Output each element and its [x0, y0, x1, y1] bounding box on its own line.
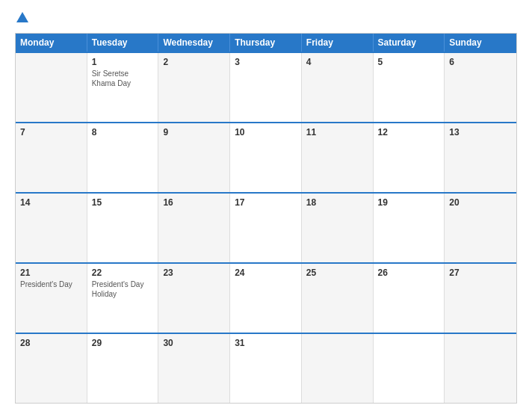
day-number: 22	[92, 268, 154, 278]
week-row-2: 78910111213	[16, 122, 516, 192]
day-number: 4	[306, 57, 368, 67]
day-number: 28	[20, 338, 82, 348]
day-number: 7	[20, 127, 82, 137]
calendar-body: 1Sir Seretse Khama Day234567891011121314…	[16, 52, 516, 403]
cal-cell: 17	[230, 194, 302, 262]
day-header-saturday: Saturday	[374, 34, 445, 52]
day-number: 11	[306, 127, 368, 137]
day-event: President's Day	[20, 279, 82, 289]
cal-cell: 27	[445, 264, 516, 333]
day-number: 6	[449, 57, 512, 67]
cal-cell: 13	[445, 123, 516, 192]
day-number: 14	[20, 197, 82, 208]
calendar-page: MondayTuesdayWednesdayThursdayFridaySatu…	[0, 0, 532, 411]
day-header-monday: Monday	[16, 34, 87, 52]
cal-cell: 12	[374, 123, 445, 192]
day-number: 15	[92, 197, 154, 208]
cal-cell: 25	[302, 264, 374, 333]
cal-cell	[16, 53, 87, 122]
cal-cell: 19	[374, 194, 445, 262]
calendar-grid: MondayTuesdayWednesdayThursdayFridaySatu…	[15, 33, 517, 404]
day-number: 10	[235, 127, 297, 137]
day-number: 19	[378, 197, 440, 208]
logo-triangle-icon	[16, 12, 28, 22]
cal-cell: 10	[230, 123, 302, 192]
cal-cell: 14	[16, 194, 87, 262]
day-number: 16	[163, 197, 225, 208]
logo-row	[15, 12, 28, 24]
day-number: 8	[92, 127, 154, 137]
cal-cell: 18	[302, 194, 374, 262]
cal-cell: 22President's Day Holiday	[87, 264, 159, 333]
page-header	[15, 12, 517, 24]
day-number: 27	[449, 268, 512, 278]
day-header-tuesday: Tuesday	[87, 34, 159, 52]
day-number: 31	[235, 338, 297, 348]
day-number: 25	[306, 268, 368, 278]
day-number: 29	[92, 338, 154, 348]
cal-cell: 7	[16, 123, 87, 192]
cal-cell: 23	[158, 264, 230, 333]
day-number: 20	[449, 197, 512, 208]
day-number: 5	[378, 57, 440, 67]
cal-cell: 29	[87, 334, 159, 403]
logo	[15, 12, 28, 24]
day-number: 1	[92, 57, 154, 67]
day-number: 3	[235, 57, 297, 67]
day-event: Sir Seretse Khama Day	[92, 69, 154, 88]
day-event: President's Day Holiday	[92, 279, 154, 299]
cal-cell: 11	[302, 123, 374, 192]
day-header-sunday: Sunday	[445, 34, 516, 52]
cal-cell: 4	[302, 53, 374, 122]
day-number: 12	[378, 127, 440, 137]
cal-cell: 28	[16, 334, 87, 403]
cal-cell: 30	[158, 334, 230, 403]
day-number: 9	[163, 127, 225, 137]
day-number: 17	[235, 197, 297, 208]
week-row-3: 14151617181920	[16, 192, 516, 262]
logo-block	[15, 12, 28, 24]
cal-cell: 1Sir Seretse Khama Day	[87, 53, 159, 122]
cal-cell: 21President's Day	[16, 264, 87, 333]
cal-cell	[445, 334, 516, 403]
day-number: 18	[306, 197, 368, 208]
cal-cell: 15	[87, 194, 159, 262]
day-number: 2	[163, 57, 225, 67]
cal-cell	[302, 334, 374, 403]
cal-cell: 5	[374, 53, 445, 122]
day-number: 24	[235, 268, 297, 278]
cal-cell: 2	[158, 53, 230, 122]
day-number: 13	[449, 127, 512, 137]
calendar-header: MondayTuesdayWednesdayThursdayFridaySatu…	[16, 34, 516, 52]
cal-cell: 8	[87, 123, 159, 192]
week-row-4: 21President's Day22President's Day Holid…	[16, 262, 516, 333]
day-number: 30	[163, 338, 225, 348]
cal-cell: 24	[230, 264, 302, 333]
cal-cell: 26	[374, 264, 445, 333]
cal-cell: 31	[230, 334, 302, 403]
cal-cell: 6	[445, 53, 516, 122]
day-header-wednesday: Wednesday	[158, 34, 230, 52]
week-row-5: 28293031	[16, 333, 516, 403]
cal-cell: 16	[158, 194, 230, 262]
day-header-friday: Friday	[302, 34, 374, 52]
day-header-thursday: Thursday	[230, 34, 302, 52]
cal-cell: 20	[445, 194, 516, 262]
cal-cell	[374, 334, 445, 403]
week-row-1: 1Sir Seretse Khama Day23456	[16, 52, 516, 122]
day-number: 21	[20, 268, 82, 278]
day-number: 26	[378, 268, 440, 278]
cal-cell: 3	[230, 53, 302, 122]
cal-cell: 9	[158, 123, 230, 192]
day-number: 23	[163, 268, 225, 278]
